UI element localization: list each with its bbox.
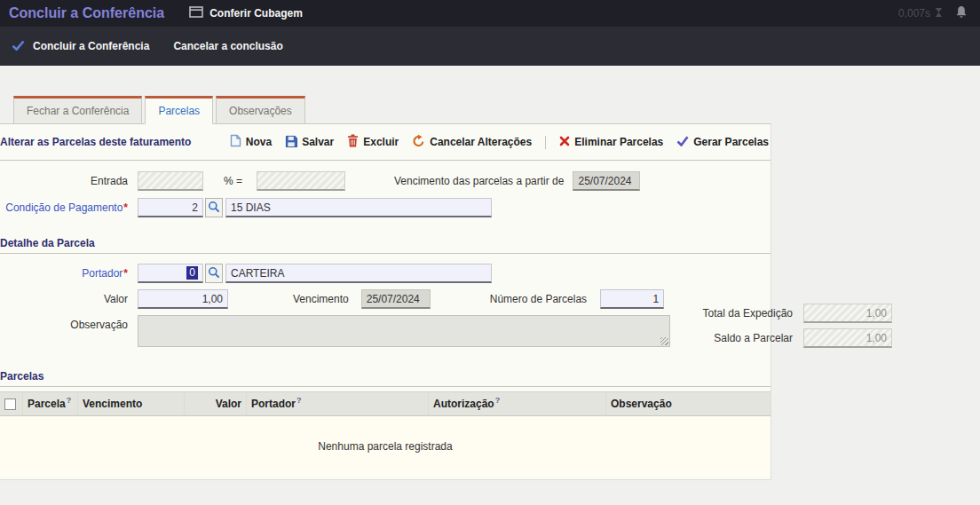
observacao-row: Observação xyxy=(0,315,771,347)
saldo-parcelar-label: Saldo a Parcelar xyxy=(695,332,793,344)
selected-text: 0 xyxy=(186,266,198,280)
column-help-marker: ? xyxy=(296,396,302,405)
portador-lookup-button[interactable] xyxy=(205,264,223,283)
select-all-checkbox[interactable] xyxy=(4,398,16,410)
cancelar-alteracoes-label: Cancelar Alterações xyxy=(430,136,532,148)
valor-row: Valor 1,00 Vencimento 25/07/2024 Número … xyxy=(0,289,771,309)
titlebar-right: 0,007s xyxy=(898,5,968,21)
excluir-label: Excluir xyxy=(363,136,399,148)
numero-parcelas-label: Número de Parcelas xyxy=(490,293,587,305)
cancel-conclusion-button[interactable]: Cancelar a conclusão xyxy=(173,40,282,52)
column-header-portador: Portador? xyxy=(247,392,429,415)
parcelas-panel: Alterar as Parcelas deste faturamento No… xyxy=(0,123,771,480)
checkmark-icon xyxy=(676,136,689,149)
column-header-observacao: Observação xyxy=(606,392,771,415)
required-marker: * xyxy=(123,201,128,214)
checkmark-icon xyxy=(12,40,25,53)
total-expedicao-label: Total da Expedição xyxy=(695,307,793,320)
tab-observacoes[interactable]: Observações xyxy=(216,96,305,124)
column-header-valor: Valor xyxy=(185,392,247,415)
vencimento-inicial-label: Vencimento das parcelas a partir de xyxy=(394,175,564,187)
portador-row: Portador* 0 CARTEIRA xyxy=(0,264,771,283)
entrada-input xyxy=(138,171,203,191)
condicao-pagamento-row: Condição de Pagamento* 2 15 DIAS xyxy=(0,198,771,217)
tab-fechar-a-conferencia[interactable]: Fechar a Conferência xyxy=(13,96,142,124)
resize-handle-icon[interactable] xyxy=(660,337,668,345)
condicao-pagamento-label: Condição de Pagamento* xyxy=(0,201,128,214)
nova-label: Nova xyxy=(246,136,272,148)
bell-icon xyxy=(955,5,968,21)
section-title-parcelas: Parcelas xyxy=(0,370,771,383)
column-help-marker: ? xyxy=(495,396,501,405)
conclude-conference-button[interactable]: Concluir a Conferência xyxy=(12,40,149,53)
toolbar-separator xyxy=(545,136,546,149)
numero-parcelas-input[interactable]: 1 xyxy=(600,289,664,309)
total-expedicao-input: 1,00 xyxy=(803,304,892,323)
section-header-alterar-parcelas: Alterar as Parcelas deste faturamento No… xyxy=(0,124,771,160)
vencimento-input: 25/07/2024 xyxy=(361,289,431,309)
saldo-parcelar-field: Saldo a Parcelar 1,00 xyxy=(695,328,892,348)
window-tab-label: Conferir Cubagem xyxy=(209,7,303,20)
section-title-alterar-parcelas: Alterar as Parcelas deste faturamento xyxy=(0,136,191,148)
eliminar-parcelas-button[interactable]: Eliminar Parcelas xyxy=(559,136,663,149)
entrada-row: Entrada % = Vencimento das parcelas a pa… xyxy=(0,171,771,191)
magnifier-icon xyxy=(208,201,220,216)
tab-strip: Fechar a Conferência Parcelas Observaçõe… xyxy=(0,66,980,124)
form-window-icon xyxy=(189,6,203,20)
empty-message: Nenhuma parcela registrada xyxy=(318,440,452,453)
condicao-pagamento-code-input[interactable]: 2 xyxy=(138,198,203,217)
elapsed-time-value: 0,007s xyxy=(898,7,930,20)
action-toolbar: Concluir a Conferência Cancelar a conclu… xyxy=(0,27,980,66)
vencimento-label: Vencimento xyxy=(293,293,349,305)
saldo-parcelar-input: 1,00 xyxy=(803,328,892,348)
condicao-pagamento-label-text: Condição de Pagamento xyxy=(5,201,122,214)
window-tab-conferir-cubagem[interactable]: Conferir Cubagem xyxy=(189,6,303,20)
required-marker: * xyxy=(123,267,128,280)
total-expedicao-field: Total da Expedição 1,00 xyxy=(695,304,892,323)
excluir-button[interactable]: Excluir xyxy=(347,134,399,150)
observacao-label: Observação xyxy=(0,319,128,331)
new-document-icon xyxy=(230,134,241,150)
portador-desc-input[interactable]: CARTEIRA xyxy=(225,264,492,283)
titlebar: Concluir a Conferência Conferir Cubagem … xyxy=(0,0,980,27)
valor-input[interactable]: 1,00 xyxy=(138,289,228,309)
cancelar-alteracoes-button[interactable]: Cancelar Alterações xyxy=(412,134,532,150)
column-header-vencimento: Vencimento xyxy=(78,392,185,415)
column-header-parcela: Parcela? xyxy=(23,392,78,415)
magnifier-icon xyxy=(208,266,220,281)
record-toolbar: Nova Salvar Excluir xyxy=(230,134,771,150)
salvar-button[interactable]: Salvar xyxy=(285,135,334,150)
portador-label-text: Portador xyxy=(82,267,122,280)
page-title: Concluir a Conferência xyxy=(9,5,164,21)
entrada-label: Entrada xyxy=(0,175,128,187)
percent-input xyxy=(257,171,345,191)
app-window: Concluir a Conferência Conferir Cubagem … xyxy=(0,0,980,505)
gerar-parcelas-button[interactable]: Gerar Parcelas xyxy=(676,136,769,149)
undo-icon xyxy=(412,134,425,150)
condicao-pagamento-lookup-button[interactable] xyxy=(205,198,223,217)
section-title-detalhe-parcela: Detalhe da Parcela xyxy=(0,237,771,249)
salvar-label: Salvar xyxy=(302,136,334,148)
valor-label: Valor xyxy=(0,293,128,305)
cancel-conclusion-label: Cancelar a conclusão xyxy=(173,40,282,52)
column-help-marker: ? xyxy=(67,396,72,405)
condicao-pagamento-desc-input[interactable]: 15 DIAS xyxy=(225,198,492,217)
select-all-cell xyxy=(0,392,23,415)
elapsed-time: 0,007s xyxy=(898,7,943,20)
column-header-autorizacao: Autorização? xyxy=(429,392,606,415)
notifications-button[interactable] xyxy=(955,5,968,21)
parcelas-table-header: Parcela? Vencimento Valor Portador? Auto… xyxy=(0,391,771,416)
hourglass-icon xyxy=(935,7,943,20)
red-x-icon xyxy=(559,136,570,149)
tab-parcelas[interactable]: Parcelas xyxy=(145,96,213,124)
vencimento-inicial-input: 25/07/2024 xyxy=(573,171,640,191)
save-floppy-icon xyxy=(285,135,297,150)
percent-label: % = xyxy=(224,175,242,187)
main-content: Fechar a Conferência Parcelas Observaçõe… xyxy=(0,66,980,505)
gerar-parcelas-label: Gerar Parcelas xyxy=(693,136,769,148)
portador-code-input[interactable]: 0 xyxy=(138,264,203,283)
observacao-input xyxy=(138,315,670,347)
nova-button[interactable]: Nova xyxy=(230,134,272,150)
portador-label: Portador* xyxy=(0,267,128,280)
conclude-conference-label: Concluir a Conferência xyxy=(33,40,149,52)
